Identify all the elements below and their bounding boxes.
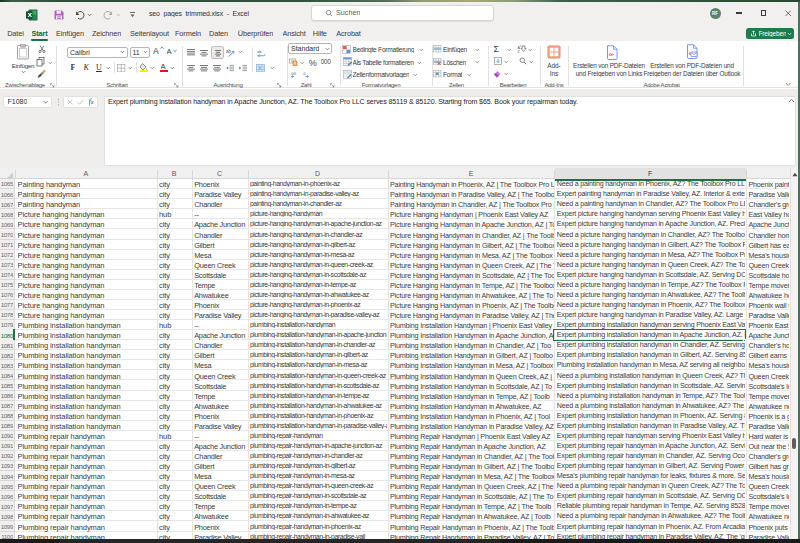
svg-text:.0: .0	[302, 71, 305, 75]
svg-text:.00: .00	[290, 71, 295, 75]
svg-text:ab: ab	[226, 48, 232, 53]
svg-text:ab: ab	[257, 49, 262, 54]
svg-text:Z: Z	[517, 50, 520, 54]
svg-text:a: a	[259, 66, 261, 70]
